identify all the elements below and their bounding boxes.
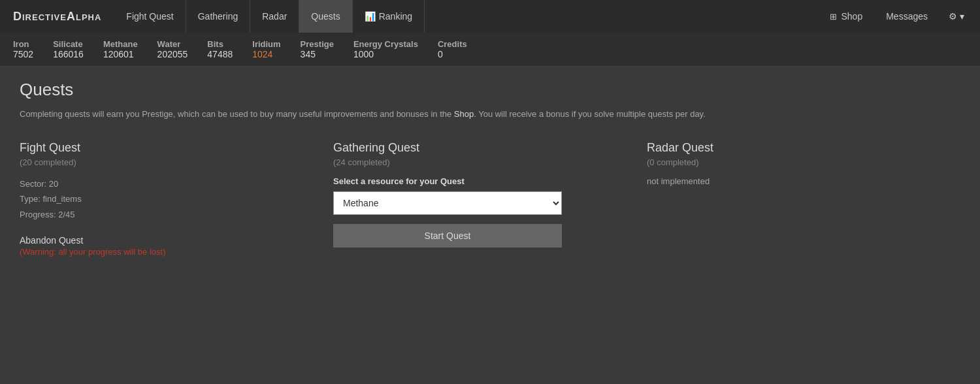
page-title: Quests [20, 80, 960, 100]
nav-label-quests: Quests [311, 11, 340, 22]
resource-methane: Methane 120601 [103, 39, 138, 59]
resource-prestige: Prestige 345 [301, 39, 334, 59]
fight-quest-section: Fight Quest (20 completed) Sector: 20 Ty… [20, 141, 333, 257]
nav-item-radar[interactable]: Radar [250, 0, 299, 33]
radar-not-implemented: not implemented [647, 176, 941, 186]
resource-prestige-label: Prestige [301, 39, 334, 49]
resource-iridium-value: 1024 [252, 49, 272, 59]
resource-silicate: Silicate 166016 [53, 39, 84, 59]
nav-item-quests[interactable]: Quests [299, 0, 352, 33]
fight-quest-details: Sector: 20 Type: find_items Progress: 2/… [20, 176, 314, 222]
radar-quest-completed: (0 completed) [647, 157, 941, 167]
resource-iridium: Iridium 1024 [252, 39, 280, 59]
nav-label-ranking: Ranking [379, 11, 412, 22]
resource-prestige-value: 345 [301, 49, 316, 59]
shop-link[interactable]: Shop [454, 109, 474, 119]
fight-quest-progress-label: Progress: [20, 210, 58, 219]
nav-label-messages: Messages [886, 11, 928, 22]
abandon-section: Abandon Quest (Warning: all your progres… [20, 235, 314, 257]
resource-credits: Credits 0 [438, 39, 467, 59]
nav-item-ranking[interactable]: 📊 Ranking [353, 0, 425, 33]
resource-methane-label: Methane [103, 39, 138, 49]
brand-text: DirectiveAlpha [13, 10, 101, 23]
nav-shop[interactable]: ⊞ Shop [818, 0, 874, 33]
resource-energy-crystals-label: Energy Crystals [353, 39, 418, 49]
resource-energy-crystals: Energy Crystals 1000 [353, 39, 418, 59]
resource-water: Water 202055 [157, 39, 188, 59]
abandon-quest-title[interactable]: Abandon Quest [20, 235, 314, 246]
quests-grid: Fight Quest (20 completed) Sector: 20 Ty… [20, 141, 960, 257]
gear-icon: ⚙ [949, 11, 957, 22]
resource-bits: Bits 47488 [207, 39, 233, 59]
fight-quest-progress: Progress: 2/45 [20, 207, 314, 222]
nav-label-fight: Fight Quest [126, 11, 173, 22]
resource-iridium-label: Iridium [252, 39, 280, 49]
navbar: DirectiveAlpha Fight Quest Gathering Rad… [0, 0, 980, 33]
settings-dropdown-arrow: ▾ [960, 11, 964, 22]
gathering-quest-section: Gathering Quest (24 completed) Select a … [333, 141, 647, 257]
fight-quest-progress-value: 2/45 [58, 210, 74, 219]
gathering-quest-completed: (24 completed) [333, 157, 627, 167]
resource-iron-label: Iron [13, 39, 29, 49]
nav-label-shop: Shop [841, 11, 862, 22]
resource-credits-value: 0 [438, 49, 443, 59]
resource-iron-value: 7502 [13, 49, 33, 59]
abandon-quest-warning[interactable]: (Warning: all your progress will be lost… [20, 247, 314, 257]
fight-quest-sector-value: 20 [49, 179, 58, 189]
resource-water-label: Water [157, 39, 181, 49]
resource-silicate-label: Silicate [53, 39, 83, 49]
fight-quest-title: Fight Quest [20, 141, 314, 155]
resource-energy-crystals-value: 1000 [353, 49, 374, 59]
resource-silicate-value: 166016 [53, 49, 84, 59]
main-content: Quests Completing quests will earn you P… [0, 67, 980, 270]
nav-item-gathering[interactable]: Gathering [186, 0, 250, 33]
nav-item-fight[interactable]: Fight Quest [114, 0, 186, 33]
bar-chart-icon: 📊 [365, 11, 376, 22]
resource-select[interactable]: Methane Iron Silicate Water Bits [333, 191, 562, 215]
resource-credits-label: Credits [438, 39, 467, 49]
gathering-quest-title: Gathering Quest [333, 141, 627, 155]
resource-bits-value: 47488 [207, 49, 233, 59]
fight-quest-type-label: Type: [20, 194, 42, 204]
resource-water-value: 202055 [157, 49, 188, 59]
fight-quest-sector-label: Sector: [20, 179, 49, 189]
start-quest-button[interactable]: Start Quest [333, 224, 562, 248]
fight-quest-completed: (20 completed) [20, 157, 314, 167]
nav-messages[interactable]: Messages [874, 0, 939, 33]
radar-quest-title: Radar Quest [647, 141, 941, 155]
resource-bits-label: Bits [207, 39, 223, 49]
nav-right: ⊞ Shop Messages ⚙ ▾ [818, 0, 973, 33]
settings-button[interactable]: ⚙ ▾ [939, 0, 973, 33]
nav-label-radar: Radar [262, 11, 287, 22]
gathering-select-label: Select a resource for your Quest [333, 176, 627, 186]
brand: DirectiveAlpha [7, 10, 108, 24]
shop-icon: ⊞ [830, 12, 837, 22]
fight-quest-type-value: find_items [42, 194, 81, 204]
page-description: Completing quests will earn you Prestige… [20, 108, 738, 121]
resource-iron: Iron 7502 [13, 39, 33, 59]
resource-methane-value: 120601 [103, 49, 134, 59]
fight-quest-sector: Sector: 20 [20, 176, 314, 191]
nav-label-gathering: Gathering [198, 11, 238, 22]
radar-quest-section: Radar Quest (0 completed) not implemente… [647, 141, 960, 257]
fight-quest-type: Type: find_items [20, 191, 314, 206]
nav-items: Fight Quest Gathering Radar Quests 📊 Ran… [114, 0, 818, 33]
resources-bar: Iron 7502 Silicate 166016 Methane 120601… [0, 33, 980, 67]
